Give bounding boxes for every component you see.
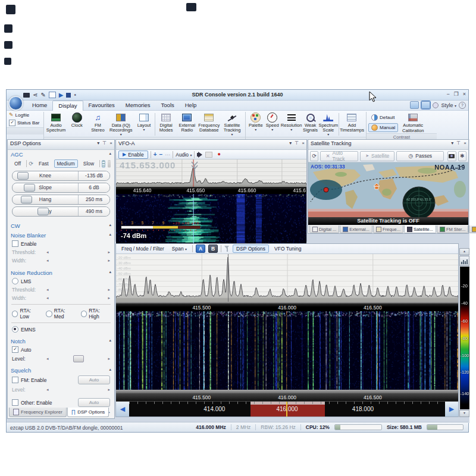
tab-external[interactable]: External... <box>340 226 372 233</box>
emns-radio[interactable]: EMNS <box>8 325 114 334</box>
refresh-button[interactable]: ⟳ <box>310 151 318 161</box>
main-waterfall[interactable] <box>116 311 458 390</box>
ribbon-automatic-calibration[interactable]: Automatic Calibration <box>399 112 427 133</box>
squelch-icon[interactable] <box>205 152 212 158</box>
ribbon-add-timestamps[interactable]: Add Timestamps <box>340 112 364 133</box>
antenna-icon[interactable] <box>224 246 230 252</box>
ribbon-weak-signals[interactable]: Weak Signals <box>303 112 318 133</box>
color-scale[interactable]: -20 -40 -60 -80 -100 -120 -140 <box>460 267 469 409</box>
agc-knee-slider[interactable]: Knee -135 dB <box>12 171 110 181</box>
nb-threshold-slider[interactable]: Threshold:◂▸ <box>8 248 114 256</box>
rta-high-radio[interactable]: RTA: High <box>81 308 110 320</box>
record-icon[interactable]: ● <box>217 152 220 157</box>
speaker-icon[interactable] <box>197 153 199 156</box>
vfo-tuning-button[interactable]: VFO Tuning <box>272 245 303 252</box>
tab-vfo-tuning[interactable]: VFO Tu... <box>469 226 476 233</box>
scroll-down-button[interactable]: ▾ <box>459 410 469 417</box>
pin-icon[interactable] <box>433 102 439 108</box>
agc-hang-slider[interactable]: Hang 250 ms <box>12 195 110 205</box>
minimize-button[interactable]: − <box>446 91 449 97</box>
satellite-map[interactable]: AZ 333.3° EL 55.3° AOS: 00:31:33 NOAA-19 <box>308 162 468 217</box>
tab-dsp-options[interactable]: ∏DSP Options <box>67 408 109 417</box>
nav-right-button[interactable]: ▶ <box>445 402 458 416</box>
passes-button[interactable]: ◷Passes <box>396 151 444 161</box>
tab-favourites[interactable]: Favourites <box>83 101 120 110</box>
snapshot-button[interactable] <box>447 151 456 161</box>
fm-auto-button[interactable]: Auto <box>78 375 110 384</box>
satellite-button[interactable]: ➤Satellite <box>360 151 394 161</box>
rta-med-radio[interactable]: RTA: Med <box>46 308 74 320</box>
app-logo[interactable] <box>8 96 23 111</box>
zoom-out-button[interactable]: − <box>159 152 162 158</box>
agc-off-button[interactable]: Off <box>11 159 24 168</box>
zoom-in-button[interactable]: + <box>154 152 157 158</box>
ribbon-frequency-database[interactable]: Frequency Database <box>198 112 220 133</box>
vfoa-panel-titlebar[interactable]: VFO-A ▾ ⊤ × <box>116 140 306 150</box>
span-dropdown[interactable]: Span ▾ <box>170 245 189 252</box>
checkbox-checked[interactable]: ✓ <box>9 120 15 126</box>
logfile-toggle[interactable]: ✎ Logfile <box>9 112 41 118</box>
title-bar[interactable]: ⋖ ✎ ▶ • SDR Console version 2.1 build 16… <box>7 90 468 101</box>
ribbon-data-recordings[interactable]: Data (IQ) Recordings▾ <box>109 112 133 137</box>
squelch-header[interactable]: Squelch▴ <box>8 366 114 374</box>
agc-slow-button[interactable]: Slow <box>80 159 97 168</box>
agc-delay-slider[interactable]: Delay 490 ms <box>12 206 110 217</box>
ribbon-speed[interactable]: Speed▾ <box>265 112 280 132</box>
agc-medium-button[interactable]: Medium <box>54 159 78 168</box>
tab-help[interactable]: Help <box>180 101 202 110</box>
collapse-icon[interactable]: ▴ <box>109 151 111 156</box>
slider-handle[interactable] <box>37 208 49 215</box>
main-spectrum[interactable] <box>116 254 458 302</box>
statusbar-toggle[interactable]: ✓ Status Bar <box>9 120 41 126</box>
panel-menu-icon[interactable]: ▾ <box>451 140 453 146</box>
nb-width-slider[interactable]: Width:◂▸ <box>8 256 114 265</box>
ribbon-fm-stereo[interactable]: ♫FM Stereo <box>87 112 108 133</box>
restore-button[interactable]: ❐ <box>454 91 459 97</box>
slider-handle[interactable] <box>73 355 84 362</box>
settings-button[interactable]: ✱ <box>458 151 466 161</box>
undo-icon[interactable]: ⟳ <box>29 161 33 167</box>
dsp-panel-titlebar[interactable]: DSP Options ▾ ⊤ × <box>8 140 114 150</box>
panel-pin-icon[interactable]: ⊤ <box>456 140 461 146</box>
ribbon-palette[interactable]: Palette▾ <box>248 112 264 132</box>
ribbon-satellite-tracking[interactable]: Satellite Tracking▾ <box>221 112 243 137</box>
tab-satellite[interactable]: Satellite... <box>404 226 436 233</box>
enable-button[interactable]: ▶Enable <box>118 151 148 159</box>
auto-track-button[interactable]: ✕Auto Track <box>320 151 358 161</box>
ribbon-external-radio[interactable]: External Radio <box>177 112 197 133</box>
cw-section-header[interactable]: CW▴ <box>8 221 114 230</box>
squelch-other-enable[interactable]: Other: EnableAuto <box>8 397 114 408</box>
ribbon-resolution[interactable]: Resolution▾ <box>281 112 302 132</box>
vfoa-spectrum[interactable]: 415.653.000 <box>116 159 306 187</box>
nr-lms-radio[interactable]: LMS <box>8 277 114 286</box>
nr-width-slider[interactable]: Width:◂▸ <box>8 294 114 302</box>
ribbon-digital-modes[interactable]: Digital Modes <box>156 112 176 133</box>
ribbon-clock[interactable]: Clock <box>67 112 87 128</box>
contrast-default-option[interactable]: Default <box>368 113 398 122</box>
theme-button[interactable] <box>410 101 419 109</box>
spectrum-icon[interactable] <box>459 256 469 266</box>
ribbon-layout[interactable]: Layout▾ <box>134 112 154 132</box>
audio-dropdown[interactable]: Audio ▾ <box>176 152 192 158</box>
slider-handle[interactable] <box>21 196 32 203</box>
ribbon-audio-spectrum[interactable]: Audio Spectrum <box>46 112 66 133</box>
nav-left-button[interactable]: ◀ <box>116 402 129 416</box>
radio[interactable] <box>12 278 18 284</box>
tab-frequency-explorer[interactable]: Frequency Explorer <box>9 408 67 417</box>
panel-close-icon[interactable]: × <box>109 140 112 146</box>
more-icon[interactable]: ⋯ <box>165 152 170 158</box>
panel-close-icon[interactable]: × <box>302 140 305 146</box>
notch-level-slider[interactable]: Level:◂▸ <box>8 354 114 364</box>
nb-enable-checkbox[interactable]: Enable <box>8 239 114 248</box>
theme-button-2[interactable] <box>421 101 430 109</box>
notch-auto-checkbox[interactable]: ✓Auto <box>8 345 114 354</box>
noise-reduction-header[interactable]: Noise Reduction▴ <box>8 268 114 277</box>
vfoa-waterfall[interactable]: 1 3 5 7 9 +20 +40 +60 -74 dBm <box>116 194 306 244</box>
noise-blanker-header[interactable]: Noise Blanker▴ <box>8 231 114 239</box>
nav-track[interactable]: 414.000 416.000 418.000 <box>129 402 445 416</box>
contrast-manual-option[interactable]: Manual <box>368 123 398 132</box>
agc-chart-icon[interactable] <box>102 160 105 168</box>
agc-slope-slider[interactable]: Slope 6 dB <box>12 183 110 193</box>
notch-header[interactable]: Notch▴ <box>8 337 114 345</box>
agc-hand-icon[interactable] <box>108 160 111 168</box>
